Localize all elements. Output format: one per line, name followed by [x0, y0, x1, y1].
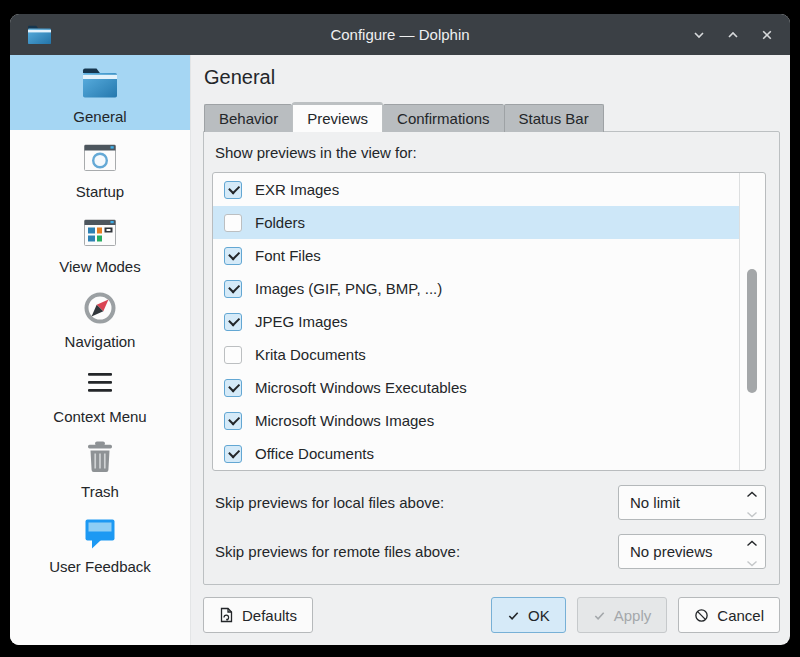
close-icon[interactable] — [760, 28, 774, 42]
checkbox[interactable] — [224, 379, 242, 397]
spin-up-icon[interactable] — [746, 533, 758, 550]
skip-local-spinbox[interactable]: No limit — [618, 485, 766, 520]
configure-dialog-window: Configure — Dolphin — [10, 14, 790, 645]
checkbox[interactable] — [224, 313, 242, 331]
folder-icon — [78, 61, 122, 105]
ok-button[interactable]: OK — [491, 597, 566, 633]
preview-type-label: EXR Images — [255, 181, 339, 198]
preview-type-row[interactable]: Microsoft Windows Executables — [213, 371, 740, 404]
titlebar[interactable]: Configure — Dolphin — [10, 14, 790, 55]
preview-type-label: Folders — [255, 214, 305, 231]
preview-type-label: Office Documents — [255, 445, 374, 462]
preview-type-row[interactable]: Images (GIF, PNG, BMP, ...) — [213, 272, 740, 305]
sidebar-item-label: Trash — [81, 483, 119, 500]
preview-type-row[interactable]: Office Documents — [213, 437, 740, 470]
checkbox[interactable] — [224, 181, 242, 199]
spinbox-value: No previews — [630, 543, 746, 560]
sidebar-item-label: View Modes — [59, 258, 140, 275]
checkbox[interactable] — [224, 214, 242, 232]
preview-type-row[interactable]: Folders — [213, 206, 740, 239]
ok-button-label: OK — [528, 607, 550, 624]
sidebar-item-trash[interactable]: Trash — [10, 430, 190, 505]
sidebar-item-label: Navigation — [65, 333, 136, 350]
preview-list-label: Show previews in the view for: — [215, 144, 766, 161]
preview-type-label: Font Files — [255, 247, 321, 264]
check-icon — [507, 609, 520, 622]
scrollbar-thumb[interactable] — [747, 269, 757, 393]
trash-icon — [78, 436, 122, 480]
minimize-icon[interactable] — [692, 28, 706, 42]
preview-type-row[interactable]: JPEG Images — [213, 305, 740, 338]
preview-type-label: Microsoft Windows Images — [255, 412, 434, 429]
window-title: Configure — Dolphin — [10, 26, 790, 43]
sidebar-item-label: User Feedback — [49, 558, 151, 575]
apply-button[interactable]: Apply — [577, 597, 668, 633]
hamburger-menu-icon — [78, 361, 122, 405]
cancel-button[interactable]: Cancel — [678, 597, 780, 633]
sidebar-item-user-feedback[interactable]: User Feedback — [10, 505, 190, 580]
checkbox[interactable] — [224, 280, 242, 298]
spin-down-icon[interactable] — [746, 504, 758, 521]
dolphin-folder-icon — [26, 23, 53, 47]
view-modes-window-icon — [78, 211, 122, 255]
tab-behavior[interactable]: Behavior — [204, 104, 292, 132]
tab-status-bar[interactable]: Status Bar — [504, 104, 604, 132]
preview-type-list: EXR Images Folders Font Files Images (GI… — [212, 172, 766, 471]
settings-tabbar: Behavior Previews Confirmations Status B… — [203, 102, 780, 132]
page-title: General — [204, 66, 780, 89]
skip-remote-label: Skip previews for remote files above: — [212, 543, 618, 560]
checkbox[interactable] — [224, 445, 242, 463]
sidebar-item-label: Context Menu — [53, 408, 146, 425]
list-scrollbar[interactable] — [739, 173, 765, 470]
preview-type-label: JPEG Images — [255, 313, 348, 330]
preview-type-row[interactable]: EXR Images — [213, 173, 740, 206]
skip-local-label: Skip previews for local files above: — [212, 494, 618, 511]
preview-type-row[interactable]: Microsoft Windows Images — [213, 404, 740, 437]
tab-confirmations[interactable]: Confirmations — [383, 104, 504, 132]
reset-document-icon — [219, 607, 234, 623]
check-icon — [593, 609, 606, 622]
cancel-button-label: Cancel — [717, 607, 764, 624]
checkbox[interactable] — [224, 247, 242, 265]
preview-type-label: Images (GIF, PNG, BMP, ...) — [255, 280, 442, 297]
spin-down-icon[interactable] — [746, 553, 758, 570]
app-window-icon — [78, 136, 122, 180]
sidebar-item-navigation[interactable]: Navigation — [10, 280, 190, 355]
maximize-icon[interactable] — [726, 28, 740, 42]
checkbox[interactable] — [224, 346, 242, 364]
preview-type-label: Microsoft Windows Executables — [255, 379, 467, 396]
previews-tab-panel: Show previews in the view for: EXR Image… — [203, 131, 780, 585]
sidebar-item-startup[interactable]: Startup — [10, 130, 190, 205]
sidebar-item-label: General — [73, 108, 126, 125]
skip-remote-spinbox[interactable]: No previews — [618, 534, 766, 569]
sidebar-item-view-modes[interactable]: View Modes — [10, 205, 190, 280]
sidebar-item-general[interactable]: General — [10, 55, 190, 130]
feedback-bubble-icon — [78, 511, 122, 555]
spinbox-value: No limit — [630, 494, 746, 511]
spin-up-icon[interactable] — [746, 484, 758, 501]
preview-type-label: Krita Documents — [255, 346, 366, 363]
apply-button-label: Apply — [614, 607, 652, 624]
defaults-button[interactable]: Defaults — [203, 597, 313, 633]
sidebar-item-label: Startup — [76, 183, 124, 200]
tab-previews[interactable]: Previews — [292, 102, 383, 132]
compass-icon — [78, 286, 122, 330]
cancel-circle-icon — [694, 608, 709, 623]
preview-type-row[interactable]: Font Files — [213, 239, 740, 272]
defaults-button-label: Defaults — [242, 607, 297, 624]
settings-category-sidebar: General Startup — [10, 55, 191, 645]
checkbox[interactable] — [224, 412, 242, 430]
preview-type-row[interactable]: Krita Documents — [213, 338, 740, 371]
sidebar-item-context-menu[interactable]: Context Menu — [10, 355, 190, 430]
dialog-button-box: Defaults OK Apply — [203, 597, 780, 633]
